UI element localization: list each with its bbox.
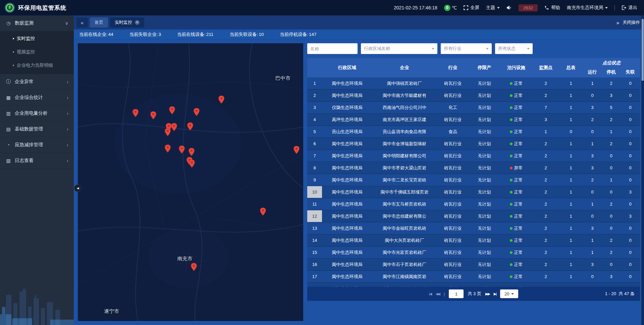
sidebar-section-0[interactable]: ◷ 数据监测 ∨ <box>0 15 74 31</box>
alert-count-badge[interactable]: 2632 <box>519 4 538 11</box>
theme-dropdown[interactable]: 主题 <box>486 5 500 11</box>
cell-lost: 3 <box>621 283 640 287</box>
map-pin-icon[interactable] <box>171 123 177 131</box>
region-select[interactable]: 行政区域名称 <box>361 43 437 54</box>
cell-lost: 0 <box>621 138 640 150</box>
cell-stop: 3 <box>602 271 621 282</box>
map-pin-icon[interactable] <box>179 146 185 154</box>
map-pin-icon[interactable] <box>189 160 195 168</box>
table-row[interactable]: 2 阆中生态环境局 阆中市南方节能建材有 砖瓦行业 无计划 正常 2 1 0 3… <box>307 90 640 102</box>
table-row[interactable]: 17 阆中生态环境局 阆中市江南镇阆南页岩 砖瓦行业 无计划 正常 2 1 0 … <box>307 271 640 283</box>
table-row[interactable]: 15 阆中生态环境局 阆中市光富页岩机砖厂 砖瓦行业 无计划 正常 2 1 1 … <box>307 247 640 259</box>
table-row[interactable]: 1 阆中生态环境局 阆中强锐页岩砖厂 砖瓦行业 无计划 正常 2 1 1 2 0 <box>307 77 640 90</box>
chevron-left-icon: ‹ <box>67 142 68 148</box>
cell-meter: 1 <box>559 259 583 270</box>
sidebar-item[interactable]: 视频监控 <box>0 45 74 59</box>
announcement-icon[interactable] <box>506 5 512 10</box>
next-page-button[interactable]: ▶▶ <box>485 292 490 296</box>
col-monitor: 监测点 <box>533 58 559 77</box>
map-pin-icon[interactable] <box>260 208 266 216</box>
table-row[interactable]: 16 阆中生态环境局 阆中市石子页岩机砖厂 砖瓦行业 无计划 正常 2 1 3 … <box>307 259 640 271</box>
last-page-button[interactable]: ▶| <box>494 292 496 296</box>
table-row[interactable]: 13 阆中生态环境局 阆中市金福旺页岩机砖 砖瓦行业 无计划 正常 2 1 3 … <box>307 222 640 234</box>
tab-0[interactable]: 首页 <box>90 17 108 28</box>
map-pin-icon[interactable] <box>218 96 224 104</box>
cell-company: 营山县润丰肉食品有限 <box>372 126 437 138</box>
map-pin-icon[interactable] <box>165 128 171 136</box>
table-row[interactable]: 7 阆中生态环境局 阆中明阳建材有限公司 砖瓦行业 无计划 正常 2 1 3 0… <box>307 150 640 162</box>
cell-limit: 无计划 <box>469 247 500 258</box>
map-pin-icon[interactable] <box>189 148 195 156</box>
sidebar-section-2[interactable]: ▦ 企业综合统计 ‹ <box>0 90 74 106</box>
tabs-scroll-right-button[interactable]: » <box>616 20 619 25</box>
tab-1[interactable]: 实时监控 × <box>110 17 144 28</box>
map-pin-icon[interactable] <box>165 145 171 153</box>
fullscreen-button[interactable]: 全屏 <box>464 5 479 11</box>
map-pin-icon[interactable] <box>132 109 139 117</box>
chevron-down-icon <box>486 48 489 50</box>
collapse-map-button[interactable]: ◀ <box>74 184 82 192</box>
page-input[interactable] <box>449 289 464 298</box>
table-row[interactable]: 3 仪陇生态环境局 西南油气田分公司川中 化工 无计划 正常 7 1 3 5 0 <box>307 102 640 114</box>
table-row[interactable]: 4 高坪生态环境局 南充市高坪区王家店建 砖瓦行业 无计划 正常 3 1 2 2… <box>307 114 640 126</box>
sidebar-section-3[interactable]: ▥ 企业用电量分析 ‹ <box>0 106 74 121</box>
sidebar-section-5[interactable]: ◔ 应急减排管理 ‹ <box>0 137 74 153</box>
table-row[interactable]: 11 阆中生态环境局 阆中市五马桥页岩机砖 砖瓦行业 无计划 正常 2 1 1 … <box>307 198 640 210</box>
name-input[interactable] <box>307 43 358 54</box>
close-operations-button[interactable]: 关闭操作 <box>623 19 640 25</box>
phone-icon <box>544 5 549 10</box>
map-pin-icon[interactable] <box>169 106 175 114</box>
temperature-unit: ℃ <box>452 5 457 10</box>
first-page-button[interactable]: |◀ <box>429 292 431 296</box>
map-pin-icon[interactable] <box>293 146 300 154</box>
scrollbar-thumb[interactable] <box>642 19 644 81</box>
vertical-scrollbar[interactable] <box>641 15 644 325</box>
prev-page-button[interactable]: ◀◀ <box>435 292 440 296</box>
table-row[interactable]: 18 南部生态环境局 南部县雄狮水泥有限公 建材 无计划 正常 2 1 0 0 … <box>307 283 640 287</box>
sidebar-section-1[interactable]: ⓘ 企业异常 ‹ <box>0 74 74 90</box>
table-row[interactable]: 12 阆中生态环境局 阆中市忠信建材有限公 砖瓦行业 无计划 正常 2 1 0 … <box>307 210 640 222</box>
industry-select[interactable]: 所有行业 <box>441 43 492 54</box>
status-select[interactable]: 所有状态 <box>495 43 533 54</box>
page-size-select[interactable]: 20 <box>500 289 518 298</box>
table-row[interactable]: 10 阆中生态环境局 阆中市千佛镇五郎垭页岩 砖瓦行业 无计划 正常 2 1 0… <box>307 186 640 198</box>
table-row[interactable]: 9 阆中生态环境局 阆中市二龙长宝页岩砖 砖瓦行业 无计划 正常 2 1 2 1… <box>307 174 640 186</box>
logout-button[interactable]: 退出 <box>622 5 637 11</box>
col-region: 行政区域 <box>322 58 372 77</box>
map-pin-icon[interactable] <box>150 111 156 119</box>
cell-limit: 无计划 <box>469 222 500 234</box>
page-title: 环保用电监管系统 <box>18 4 66 12</box>
row-index: 16 <box>307 259 322 270</box>
cell-lost: 0 <box>621 162 640 174</box>
map-panel[interactable]: 巴中市南充市遂宁市 <box>78 43 303 321</box>
map-pin-icon[interactable] <box>194 108 200 116</box>
tab-close-icon[interactable]: × <box>135 20 140 25</box>
help-button[interactable]: 帮助 <box>544 5 560 11</box>
cell-monitor: 3 <box>533 114 559 125</box>
col-point-status-group: 点位状态 <box>583 58 640 67</box>
sidebar-item[interactable]: 实时监控 <box>0 32 74 45</box>
cell-limit: 无计划 <box>469 126 500 138</box>
cell-region: 阆中生态环境局 <box>322 259 372 270</box>
table-row[interactable]: 14 阆中生态环境局 阆中大兴页岩机砖厂 砖瓦行业 无计划 正常 2 1 1 2… <box>307 234 640 247</box>
table-row[interactable]: 6 阆中生态环境局 阆中市金博瑞新型墙材 砖瓦行业 无计划 正常 2 1 1 2… <box>307 138 640 150</box>
sidebar-section-4[interactable]: ▤ 基础数据管理 ‹ <box>0 121 74 137</box>
cell-facility: 正常 <box>500 247 533 258</box>
org-dropdown[interactable]: 南充市生态环境局 <box>567 5 608 11</box>
cell-meter: 1 <box>559 102 583 113</box>
status-dot-icon <box>510 215 513 218</box>
map-pin-icon[interactable] <box>187 122 193 130</box>
cell-region: 高坪生态环境局 <box>322 114 372 125</box>
stats-bar: 当前在线企业:44 当前失联企业:3 当前在线设备:211 当前失联设备:10 … <box>74 30 644 40</box>
cell-facility: 正常 <box>500 77 533 89</box>
sidebar-item[interactable]: 企业电力负荷明细 <box>0 59 74 72</box>
map-pin-icon[interactable] <box>191 263 197 271</box>
map-city-label: 巴中市 <box>275 75 290 81</box>
col-meter: 总表 <box>559 58 583 77</box>
table-row[interactable]: 5 营山生态环境局 营山县润丰肉食品有限 食品 无计划 正常 1 0 0 1 0 <box>307 126 640 138</box>
cell-monitor: 2 <box>533 77 559 89</box>
tabs-scroll-left-button[interactable]: « <box>76 17 88 28</box>
cell-monitor: 2 <box>533 90 559 101</box>
table-row[interactable]: 8 阆中生态环境局 阆中市枣碧大梁山页岩 砖瓦行业 无计划 异常 2 1 3 0… <box>307 162 640 174</box>
sidebar-section-6[interactable]: ▧ 日志查看 ‹ <box>0 153 74 169</box>
